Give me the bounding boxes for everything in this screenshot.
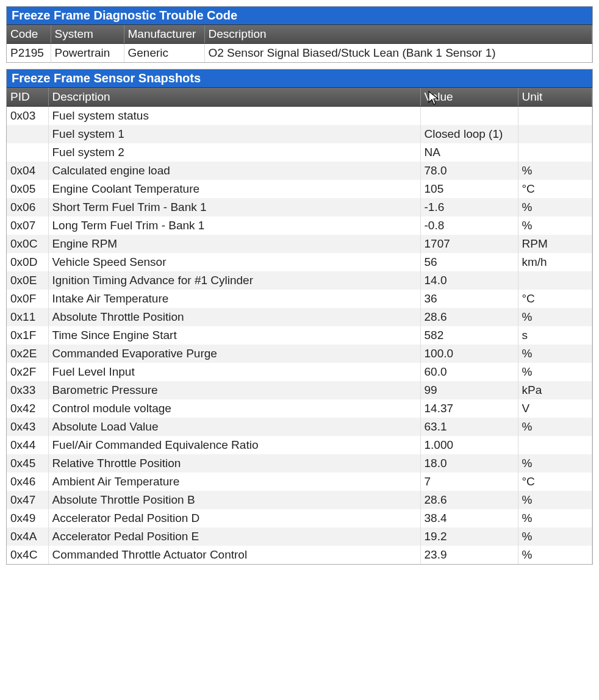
sensor-cell-unit: % [518, 527, 592, 546]
sensor-row[interactable]: 0x4AAccelerator Pedal Position E19.2% [7, 527, 592, 546]
sensor-cell-pid: 0x44 [7, 436, 48, 454]
dtc-header-manufacturer[interactable]: Manufacturer [124, 25, 204, 44]
sensor-cell-unit [518, 125, 592, 143]
sensor-row[interactable]: 0x33Barometric Pressure99kPa [7, 381, 592, 399]
sensor-cell-value: 36 [420, 290, 518, 308]
sensor-cell-unit: % [518, 345, 592, 363]
sensor-cell-desc: Fuel system 2 [48, 143, 420, 162]
sensor-cell-pid: 0x46 [7, 473, 48, 491]
sensor-cell-unit: % [518, 162, 592, 180]
sensor-cell-pid: 0x0C [7, 235, 48, 253]
sensor-header-unit[interactable]: Unit [518, 88, 592, 107]
sensor-cell-unit: % [518, 198, 592, 216]
dtc-header-description[interactable]: Description [204, 25, 592, 44]
dtc-header-system[interactable]: System [51, 25, 124, 44]
dtc-system: Powertrain [51, 44, 124, 63]
dtc-manufacturer: Generic [124, 44, 204, 63]
dtc-panel-title: Freeze Frame Diagnostic Trouble Code [7, 7, 592, 25]
sensor-cell-desc: Fuel/Air Commanded Equivalence Ratio [48, 436, 420, 454]
sensor-cell-pid: 0x03 [7, 107, 48, 126]
sensor-cell-unit: % [518, 418, 592, 436]
sensor-row[interactable]: 0x0CEngine RPM1707RPM [7, 235, 592, 253]
sensor-cell-desc: Time Since Engine Start [48, 326, 420, 345]
sensor-cell-desc: Absolute Throttle Position [48, 308, 420, 326]
dtc-header-code[interactable]: Code [7, 25, 51, 44]
sensor-cell-pid: 0x4A [7, 527, 48, 546]
sensor-cell-unit: s [518, 326, 592, 345]
sensor-cell-desc: Commanded Evaporative Purge [48, 345, 420, 363]
sensor-cell-value: 38.4 [420, 509, 518, 527]
sensor-header-pid[interactable]: PID [7, 88, 48, 107]
sensor-cell-unit: RPM [518, 235, 592, 253]
sensor-header-description[interactable]: Description [48, 88, 420, 107]
sensor-cell-unit: °C [518, 290, 592, 308]
sensor-row[interactable]: 0x0EIgnition Timing Advance for #1 Cylin… [7, 271, 592, 290]
dtc-header-row: Code System Manufacturer Description [7, 25, 592, 44]
sensor-cell-pid: 0x2E [7, 345, 48, 363]
sensor-row[interactable]: 0x2FFuel Level Input60.0% [7, 363, 592, 381]
sensor-cell-desc: Absolute Load Value [48, 418, 420, 436]
sensor-cell-desc: Ambient Air Temperature [48, 473, 420, 491]
sensor-cell-unit: V [518, 399, 592, 418]
sensor-cell-unit: % [518, 308, 592, 326]
sensor-row[interactable]: 0x05Engine Coolant Temperature105°C [7, 180, 592, 198]
sensor-row[interactable]: 0x2ECommanded Evaporative Purge100.0% [7, 345, 592, 363]
sensor-table: PID Description Value Unit 0x03Fuel syst… [7, 88, 592, 564]
sensor-cell-value: 7 [420, 473, 518, 491]
sensor-cell-pid: 0x2F [7, 363, 48, 381]
sensor-cell-pid: 0x04 [7, 162, 48, 180]
dtc-panel: Freeze Frame Diagnostic Trouble Code Cod… [6, 6, 593, 63]
sensor-cell-unit [518, 107, 592, 126]
sensor-cell-pid: 0x06 [7, 198, 48, 216]
sensor-cell-desc: Relative Throttle Position [48, 454, 420, 473]
sensor-row[interactable]: 0x07Long Term Fuel Trim - Bank 1-0.8% [7, 216, 592, 235]
sensor-row[interactable]: 0x43Absolute Load Value63.1% [7, 418, 592, 436]
sensor-row[interactable]: 0x0FIntake Air Temperature36°C [7, 290, 592, 308]
sensor-cell-pid: 0x07 [7, 216, 48, 235]
sensor-row[interactable]: 0x46Ambient Air Temperature7°C [7, 473, 592, 491]
sensor-cell-pid [7, 125, 48, 143]
sensor-row[interactable]: 0x11Absolute Throttle Position28.6% [7, 308, 592, 326]
sensor-cell-value: 18.0 [420, 454, 518, 473]
sensor-row[interactable]: 0x44Fuel/Air Commanded Equivalence Ratio… [7, 436, 592, 454]
sensor-row[interactable]: 0x1FTime Since Engine Start582s [7, 326, 592, 345]
sensor-cell-unit: °C [518, 180, 592, 198]
sensor-cell-desc: Intake Air Temperature [48, 290, 420, 308]
sensor-cell-unit: % [518, 363, 592, 381]
sensor-row[interactable]: Fuel system 1Closed loop (1) [7, 125, 592, 143]
sensor-cell-unit: % [518, 509, 592, 527]
sensor-cell-desc: Engine RPM [48, 235, 420, 253]
dtc-row[interactable]: P2195 Powertrain Generic O2 Sensor Signa… [7, 44, 592, 63]
sensor-row[interactable]: 0x42Control module voltage14.37V [7, 399, 592, 418]
dtc-description: O2 Sensor Signal Biased/Stuck Lean (Bank… [204, 44, 592, 63]
sensor-row[interactable]: 0x04Calculated engine load78.0% [7, 162, 592, 180]
sensor-row[interactable]: 0x47Absolute Throttle Position B28.6% [7, 491, 592, 509]
sensor-cell-pid: 0x47 [7, 491, 48, 509]
sensor-cell-pid: 0x0D [7, 253, 48, 271]
sensor-row[interactable]: 0x0DVehicle Speed Sensor56km/h [7, 253, 592, 271]
sensor-cell-pid: 0x05 [7, 180, 48, 198]
sensor-cell-pid: 0x33 [7, 381, 48, 399]
sensor-cell-value: 28.6 [420, 308, 518, 326]
sensor-cell-value: 56 [420, 253, 518, 271]
sensor-header-row: PID Description Value Unit [7, 88, 592, 107]
sensor-row[interactable]: 0x4CCommanded Throttle Actuator Control2… [7, 546, 592, 564]
sensor-header-value[interactable]: Value [420, 88, 518, 107]
sensor-cell-value: 78.0 [420, 162, 518, 180]
sensor-cell-value: 582 [420, 326, 518, 345]
sensor-cell-unit: km/h [518, 253, 592, 271]
sensor-cell-desc: Fuel Level Input [48, 363, 420, 381]
sensor-cell-desc: Accelerator Pedal Position E [48, 527, 420, 546]
sensor-cell-unit [518, 271, 592, 290]
sensor-cell-value: Closed loop (1) [420, 125, 518, 143]
sensor-cell-value: 60.0 [420, 363, 518, 381]
sensor-row[interactable]: 0x49Accelerator Pedal Position D38.4% [7, 509, 592, 527]
sensor-cell-value: -0.8 [420, 216, 518, 235]
sensor-row[interactable]: 0x45Relative Throttle Position18.0% [7, 454, 592, 473]
sensor-row[interactable]: 0x06Short Term Fuel Trim - Bank 1-1.6% [7, 198, 592, 216]
sensor-cell-pid: 0x1F [7, 326, 48, 345]
sensor-row[interactable]: Fuel system 2NA [7, 143, 592, 162]
sensor-row[interactable]: 0x03Fuel system status [7, 107, 592, 126]
sensor-cell-desc: Vehicle Speed Sensor [48, 253, 420, 271]
sensor-cell-value: NA [420, 143, 518, 162]
